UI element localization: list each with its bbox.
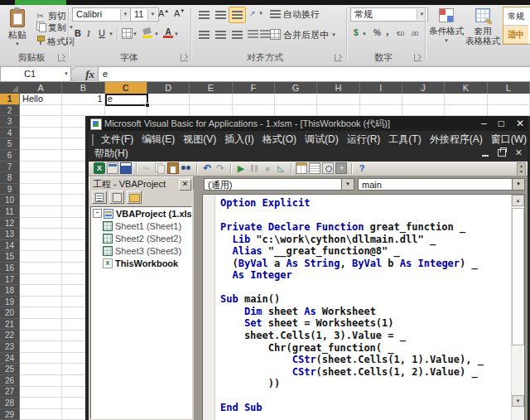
row-header-4[interactable]: 4 (0, 128, 20, 139)
tree-item-Sheet3[interactable]: Sheet3 (Sheet3) (91, 244, 191, 257)
comma-style-icon[interactable]: , (386, 28, 389, 35)
undo-icon[interactable]: ↶ (201, 162, 213, 174)
row-header-22[interactable]: 22 (0, 330, 20, 341)
row-header-2[interactable]: 2 (0, 105, 20, 117)
align-left-button[interactable] (195, 27, 213, 43)
scroll-down-icon[interactable]: ▼ (512, 395, 524, 407)
close-button[interactable]: ✕ (516, 116, 524, 131)
vba-menu-工具T[interactable]: 工具(T) (384, 133, 425, 147)
save-icon[interactable] (120, 162, 132, 174)
column-header-B[interactable]: B (62, 82, 104, 94)
minimize-button[interactable]: – (481, 116, 487, 131)
column-header-A[interactable]: A (20, 82, 62, 94)
font-size-combo[interactable]: 11 ▼ (130, 7, 159, 22)
name-box[interactable]: C1 ▼ (0, 66, 71, 82)
number-format-combo[interactable]: 常规 ▼ (350, 7, 428, 22)
row-header-17[interactable]: 17 (0, 274, 20, 286)
clipboard-dialog-launcher[interactable] (58, 54, 65, 61)
align-top-button[interactable] (195, 7, 213, 23)
column-header-I[interactable]: I (360, 82, 402, 94)
object-combo-arrow[interactable]: ▼ (341, 179, 354, 190)
shrink-font-button[interactable]: A▼ (174, 8, 185, 18)
underline-dropdown-arrow[interactable]: ▼ (108, 31, 113, 36)
wrap-text-button[interactable]: 自动换行 (270, 8, 320, 21)
cell-styles-gallery[interactable]: 常规 适中 (503, 7, 530, 45)
accounting-format-icon[interactable]: $ (354, 28, 359, 37)
procedure-combo[interactable]: main ▼ (358, 178, 525, 191)
object-combo[interactable]: (通用) ▼ (204, 178, 354, 191)
column-header-G[interactable]: G (275, 82, 317, 94)
project-tree[interactable]: -VBAProject (1.xlsm)Sheet1 (Sheet1)Sheet… (90, 206, 192, 419)
font-size-arrow[interactable]: ▼ (147, 9, 157, 20)
vba-menu-文件F[interactable]: 文件(F) (97, 133, 137, 147)
paste-button[interactable]: 粘贴 ▼ (3, 7, 31, 51)
merge-center-button[interactable]: 合并后居中 ▼ (270, 29, 336, 41)
maximize-button[interactable]: □ (499, 116, 504, 131)
row-header-3[interactable]: 3 (0, 116, 20, 128)
object-browser-icon[interactable] (322, 162, 334, 174)
toggle-folders-icon[interactable] (127, 191, 142, 204)
redo-icon[interactable]: ↷ (214, 162, 226, 174)
column-header-C[interactable]: C (105, 82, 147, 94)
reset-icon[interactable]: ■ (262, 162, 273, 174)
row-header-14[interactable]: 14 (0, 240, 20, 252)
row-header-25[interactable]: 25 (0, 364, 20, 375)
cell-A1[interactable]: Hello (20, 94, 62, 105)
row-header-10[interactable]: 10 (0, 195, 20, 206)
row-header-16[interactable]: 16 (0, 263, 20, 274)
accounting-dropdown-arrow[interactable]: ▼ (362, 31, 367, 36)
format-painter-button[interactable]: 格式刷 (36, 36, 75, 48)
toolbox-icon[interactable] (335, 162, 347, 174)
font-color-dropdown-arrow[interactable]: ▼ (174, 31, 179, 36)
design-mode-icon[interactable]: ◺ (275, 162, 287, 174)
fill-handle[interactable] (145, 103, 150, 108)
cell-style-normal[interactable]: 常规 (504, 7, 528, 26)
tree-item-ThisWorkbook[interactable]: XThisWorkbook (91, 257, 191, 269)
row-header-11[interactable]: 11 (0, 206, 20, 218)
decrease-indent-icon[interactable] (248, 30, 258, 39)
cut-button[interactable]: ✂ 剪切 (36, 7, 66, 20)
view-code-icon[interactable] (92, 191, 107, 204)
cell-B1[interactable]: 1 (62, 94, 104, 105)
code-editor[interactable]: Option Explicit Private Declare Function… (202, 194, 525, 420)
column-header-F[interactable]: F (233, 82, 275, 94)
number-dialog-launcher[interactable] (414, 54, 422, 61)
break-icon[interactable] (248, 162, 260, 174)
vba-menu-调试D[interactable]: 调试(D) (301, 133, 343, 147)
tree-item-Sheet2[interactable]: Sheet2 (Sheet2) (91, 232, 191, 244)
project-explorer-close-icon[interactable]: ✕ (179, 179, 191, 191)
row-header-24[interactable]: 24 (0, 353, 20, 364)
tree-item-Sheet1[interactable]: Sheet1 (Sheet1) (91, 220, 191, 232)
code-text[interactable]: Option Explicit Private Declare Function… (215, 195, 512, 420)
borders-dropdown-arrow[interactable]: ▼ (132, 31, 137, 36)
vba-title-bar[interactable]: Microsoft Visual Basic for Applications … (89, 116, 528, 131)
row-header-7[interactable]: 7 (0, 162, 20, 173)
row-header-20[interactable]: 20 (0, 307, 20, 319)
row-header-18[interactable]: 18 (0, 285, 20, 297)
mdi-restore-icon[interactable] (498, 149, 506, 157)
row-header-9[interactable]: 9 (0, 184, 20, 196)
vba-menu-编辑E[interactable]: 编辑(E) (137, 133, 179, 147)
cut-icon[interactable]: ✂ (141, 162, 152, 174)
align-bottom-button[interactable] (229, 7, 246, 23)
font-color-icon[interactable]: A (163, 28, 173, 36)
font-name-combo[interactable]: Calibri ▼ (72, 7, 132, 22)
bold-button[interactable]: B (75, 28, 81, 38)
tree-item-VBAProject[interactable]: -VBAProject (1.xlsm) (91, 207, 191, 220)
find-icon[interactable] (181, 162, 192, 174)
vba-menu-格式O[interactable]: 格式(O) (258, 133, 301, 147)
fill-color-dropdown-arrow[interactable]: ▼ (154, 31, 159, 36)
expand-collapse-icon[interactable]: - (93, 209, 102, 218)
vba-menu-外接程序A[interactable]: 外接程序(A) (426, 133, 487, 147)
alignment-dialog-launcher[interactable] (335, 54, 342, 61)
insert-function-button[interactable]: fx (70, 66, 99, 84)
view-object-icon[interactable] (107, 162, 118, 174)
row-header-15[interactable]: 15 (0, 251, 20, 263)
vba-menu-运行R[interactable]: 运行(R) (343, 133, 385, 147)
toolbar-overflow-handle[interactable]: ▲▼ (517, 162, 526, 176)
font-name-arrow[interactable]: ▼ (120, 9, 130, 20)
help-icon[interactable]: ? (356, 162, 368, 174)
vba-menu-帮助H[interactable]: 帮助(H) (90, 147, 132, 161)
vba-menu-插入I[interactable]: 插入(I) (220, 133, 258, 147)
percent-style-icon[interactable]: % (373, 28, 381, 37)
